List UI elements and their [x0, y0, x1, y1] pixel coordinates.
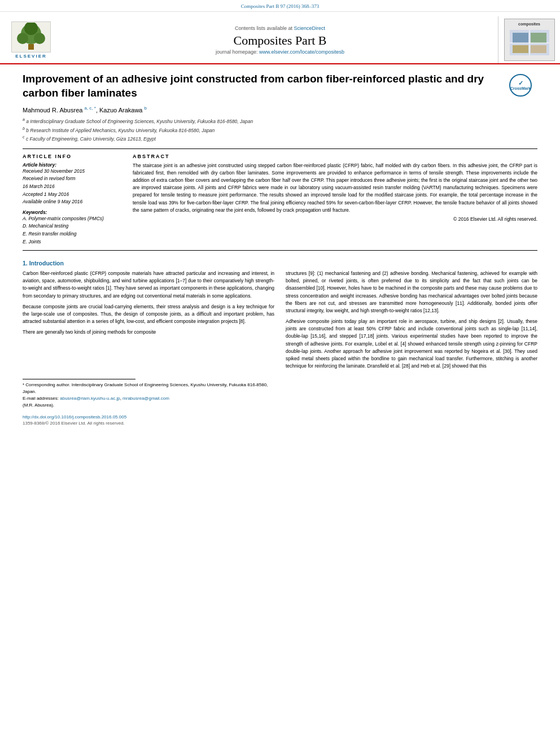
intro-title: 1. Introduction — [23, 260, 537, 267]
article-info-abstract-row: ARTICLE INFO Article history: Received 3… — [23, 154, 537, 246]
keywords-label: Keywords: — [23, 209, 121, 215]
crossmark-icon: ✓ CrossMark — [509, 74, 532, 97]
keyword-2: D. Mechanical testing — [23, 222, 121, 230]
abstract-heading: ABSTRACT — [133, 154, 537, 159]
affiliation-a: a a Interdisciplinary Graduate School of… — [23, 117, 537, 125]
intro-para-2: Because composite joints are crucial loa… — [23, 303, 274, 326]
doi-link[interactable]: http://dx.doi.org/10.1016/j.compositesb.… — [23, 414, 274, 420]
footnote-corresponding: * Corresponding author. Interdisciplinar… — [23, 382, 274, 395]
article-info-col: ARTICLE INFO Article history: Received 3… — [23, 154, 121, 246]
divider-2 — [23, 250, 537, 251]
intro-left-col: Carbon fiber-reinforced plastic (CFRP) c… — [23, 270, 274, 426]
revised-date: 16 March 2016 — [23, 183, 121, 191]
article-info-heading: ARTICLE INFO — [23, 154, 121, 159]
svg-rect-7 — [531, 33, 546, 43]
contents-available-line: Contents lists available at ScienceDirec… — [235, 25, 325, 31]
elsevier-logo: ELSEVIER — [11, 21, 51, 59]
introduction-section: 1. Introduction Carbon fiber-reinforced … — [23, 260, 537, 426]
homepage-link[interactable]: www.elsevier.com/locate/compositesb — [259, 49, 344, 55]
journal-header: ELSEVIER Contents lists available at Sci… — [0, 12, 560, 64]
abstract-col: ABSTRACT The staircase joint is an adhes… — [133, 154, 537, 246]
journal-citation: Composites Part B 97 (2016) 368–373 — [0, 0, 560, 12]
affiliations: a a Interdisciplinary Graduate School of… — [23, 117, 537, 143]
copyright-line: © 2016 Elsevier Ltd. All rights reserved… — [133, 216, 537, 222]
footnote-email: E-mail addresses: abusrea@riam.kyushu-u.… — [23, 395, 274, 402]
journal-title-area: Contents lists available at ScienceDirec… — [62, 16, 498, 63]
email-2-link[interactable]: mrabusrea@gmail.com — [123, 396, 169, 401]
svg-rect-6 — [513, 33, 528, 43]
homepage-line: journal homepage: www.elsevier.com/locat… — [216, 49, 344, 55]
elsevier-tree-icon — [11, 21, 51, 53]
intro-right-para-2: Adhesive composite joints today play an … — [286, 318, 537, 370]
email-1-link[interactable]: abusrea@riam.kyushu-u.ac.jp — [60, 396, 120, 401]
intro-para-1: Carbon fiber-reinforced plastic (CFRP) c… — [23, 270, 274, 300]
article-history: Article history: Received 30 November 20… — [23, 162, 121, 206]
abstract-text: The staircase joint is an adhesive joint… — [133, 162, 537, 214]
footnote-divider — [23, 379, 135, 379]
authors-line: Mahmoud R. Abusrea a, c, *, Kazuo Arakaw… — [23, 106, 537, 113]
svg-rect-8 — [513, 45, 528, 53]
svg-point-2 — [17, 33, 28, 44]
article-title: Improvement of an adhesive joint constru… — [23, 72, 537, 100]
accepted-date: Accepted 1 May 2016 — [23, 191, 121, 199]
intro-para-3: There are generally two kinds of joining… — [23, 329, 274, 336]
divider-1 — [23, 148, 537, 149]
affiliation-c: c c Faculty of Engineering, Cairo Univer… — [23, 134, 537, 143]
history-label: Article history: — [23, 162, 121, 168]
main-content: Improvement of an adhesive joint constru… — [0, 64, 560, 434]
journal-cover-thumbnail: composites — [498, 16, 560, 63]
received-date: Received 30 November 2015 — [23, 168, 121, 176]
keyword-4: E. Joints — [23, 238, 121, 246]
svg-rect-0 — [28, 44, 34, 50]
affiliation-b: b b Research Institute of Applied Mechan… — [23, 126, 537, 134]
svg-point-3 — [34, 33, 45, 44]
keywords-section: Keywords: A. Polymer-matrix composites (… — [23, 209, 121, 246]
elsevier-logo-area: ELSEVIER — [0, 16, 62, 63]
intro-right-para-1: structures [9]: (1) mechanical fastening… — [286, 270, 537, 314]
keyword-1: A. Polymer-matrix composites (PMCs) — [23, 215, 121, 223]
crossmark-badge[interactable]: ✓ CrossMark — [504, 72, 537, 98]
keyword-3: E. Resin transfer molding — [23, 230, 121, 238]
issn-line: 1359-8368/© 2016 Elsevier Ltd. All right… — [23, 421, 274, 426]
intro-right-col: structures [9]: (1) mechanical fastening… — [286, 270, 537, 426]
intro-body: Carbon fiber-reinforced plastic (CFRP) c… — [23, 270, 537, 426]
journal-title: Composites Part B — [233, 33, 326, 48]
cover-image: composites — [504, 19, 555, 61]
elsevier-text: ELSEVIER — [15, 54, 47, 59]
affil-note: (M.R. Abusrea). — [23, 402, 274, 409]
svg-rect-9 — [531, 45, 546, 53]
received-revised-label: Received in revised form — [23, 175, 121, 183]
sciencedirect-link[interactable]: ScienceDirect — [294, 25, 326, 31]
available-date: Available online 9 May 2016 — [23, 198, 121, 206]
